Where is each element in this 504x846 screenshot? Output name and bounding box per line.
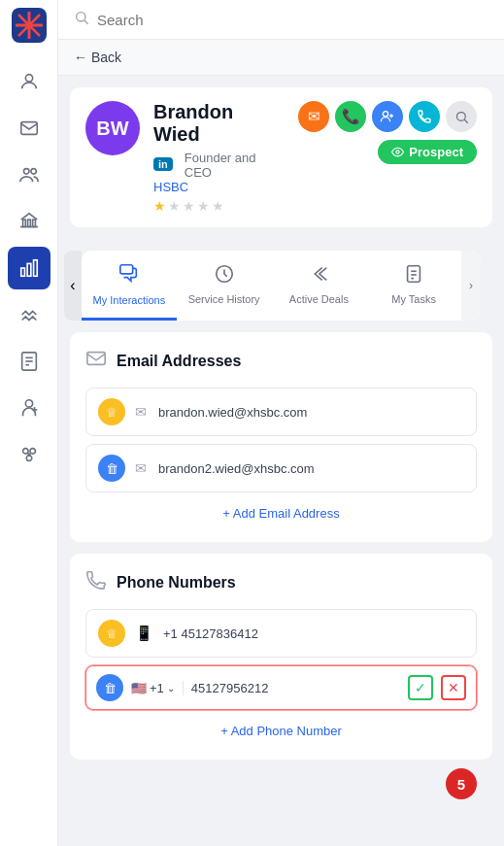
svg-rect-9 xyxy=(22,220,25,226)
tab-service-history-label: Service History xyxy=(188,293,260,305)
phone-section-heading: Phone Numbers xyxy=(117,574,236,592)
contact-company: HSBC xyxy=(153,180,285,194)
service-history-icon xyxy=(214,263,235,288)
search-action-button[interactable] xyxy=(446,101,477,132)
tab-right-arrow[interactable]: › xyxy=(461,251,481,321)
dropdown-chevron-icon: ⌄ xyxy=(167,683,175,694)
tab-my-tasks-label: My Tasks xyxy=(391,293,436,305)
tabs-container: ‹ My Interactions Service History xyxy=(82,251,481,321)
svg-point-35 xyxy=(396,151,399,153)
user-add-action-button[interactable] xyxy=(372,101,403,132)
star-4: ★ xyxy=(197,198,210,214)
tab-my-interactions[interactable]: My Interactions xyxy=(82,251,177,321)
svg-point-30 xyxy=(383,112,387,117)
star-5: ★ xyxy=(212,198,224,214)
email-item-1-address: brandon.wied@xhsbc.com xyxy=(158,405,307,420)
contact-card: BW Brandon Wied in Founder and CEO HSBC … xyxy=(70,87,492,227)
back-bar: ← Back xyxy=(58,40,504,76)
phone-section-title: Phone Numbers xyxy=(85,569,477,595)
phone-action-button[interactable]: 📞 xyxy=(335,101,366,132)
prospect-badge[interactable]: Prospect xyxy=(378,140,477,164)
svg-point-23 xyxy=(22,449,27,455)
email-section-title: Email Addresses xyxy=(85,348,477,374)
email-section-heading: Email Addresses xyxy=(117,353,241,370)
contact-name: Brandon Wied xyxy=(153,101,285,146)
action-icons: ✉ 📞 Prospect xyxy=(298,101,477,164)
svg-point-8 xyxy=(30,169,36,175)
svg-point-28 xyxy=(77,13,85,21)
tab-my-tasks[interactable]: My Tasks xyxy=(366,251,461,321)
call-action-button[interactable] xyxy=(409,101,440,132)
back-arrow-icon: ← xyxy=(74,50,87,65)
back-button[interactable]: ← Back xyxy=(74,50,121,65)
svg-point-25 xyxy=(26,456,32,461)
tab-active-deals-label: Active Deals xyxy=(289,293,349,305)
cancel-phone-button[interactable]: ✕ xyxy=(441,675,466,700)
sidebar-item-users[interactable] xyxy=(8,387,50,429)
add-phone-button[interactable]: + Add Phone Number xyxy=(85,718,477,744)
star-rating: ★ ★ ★ ★ ★ xyxy=(153,198,285,214)
email-item-2-avatar: 🗑 xyxy=(98,455,125,482)
avatar: BW xyxy=(85,101,140,155)
svg-rect-38 xyxy=(408,266,420,283)
back-label: Back xyxy=(91,50,121,65)
svg-rect-14 xyxy=(27,263,31,276)
tab-my-interactions-label: My Interactions xyxy=(93,294,166,306)
svg-point-24 xyxy=(29,449,34,455)
email-item-1-mail-icon: ✉ xyxy=(135,404,147,420)
linkedin-badge: in xyxy=(153,157,173,171)
notification-badge[interactable]: 5 xyxy=(446,768,477,799)
star-1: ★ xyxy=(153,198,166,214)
star-2: ★ xyxy=(168,198,181,214)
tab-active-deals[interactable]: Active Deals xyxy=(272,251,367,321)
sidebar-item-team[interactable] xyxy=(8,153,50,196)
email-action-button[interactable]: ✉ xyxy=(298,101,329,132)
search-bar xyxy=(58,0,504,40)
email-item-1-avatar: ♕ xyxy=(98,398,125,425)
svg-rect-11 xyxy=(32,220,35,226)
action-icons-row: ✉ 📞 xyxy=(298,101,477,132)
flag-icon: 🇺🇸 xyxy=(131,681,147,695)
svg-rect-13 xyxy=(20,268,24,276)
phone-item-1-avatar: ♕ xyxy=(98,620,125,647)
active-deals-icon xyxy=(308,263,329,288)
email-item-2-address: brandon2.wied@xhsbc.com xyxy=(158,461,315,476)
phone-section-icon xyxy=(85,569,107,595)
country-code: +1 xyxy=(150,681,164,695)
email-item-1: ♕ ✉ brandon.wied@xhsbc.com xyxy=(85,388,477,436)
phone-item-2-avatar: 🗑 xyxy=(96,674,123,701)
search-input[interactable] xyxy=(97,12,488,28)
phone-item-2: 🗑 🇺🇸 +1 ⌄ ✓ ✕ xyxy=(85,665,477,710)
tab-service-history[interactable]: Service History xyxy=(177,251,272,321)
phone-section: Phone Numbers ♕ 📱 +1 45127836412 🗑 🇺🇸 +1… xyxy=(70,554,492,760)
sidebar-item-bank[interactable] xyxy=(8,200,50,243)
contact-info: Brandon Wied in Founder and CEO HSBC ★ ★… xyxy=(153,101,285,214)
sidebar-item-analytics[interactable] xyxy=(8,247,50,289)
sidebar-item-reports[interactable] xyxy=(8,340,50,383)
phone-number-input[interactable] xyxy=(191,681,400,695)
sidebar-item-mail[interactable] xyxy=(8,107,50,150)
phone-item-1-number: +1 45127836412 xyxy=(163,626,258,641)
sidebar-item-contacts[interactable] xyxy=(8,60,50,103)
svg-rect-42 xyxy=(87,353,105,365)
tabs-wrapper: ‹ My Interactions Service History xyxy=(70,239,492,321)
svg-line-29 xyxy=(84,20,88,24)
main-content: ← Back BW Brandon Wied in Founder and CE… xyxy=(58,0,504,846)
country-code-selector[interactable]: 🇺🇸 +1 ⌄ xyxy=(131,681,184,695)
my-interactions-icon xyxy=(118,262,140,288)
sidebar-item-group[interactable] xyxy=(8,433,50,476)
svg-rect-36 xyxy=(120,265,133,274)
add-email-button[interactable]: + Add Email Address xyxy=(85,500,477,526)
phone-item-1: ♕ 📱 +1 45127836412 xyxy=(85,609,477,658)
search-icon xyxy=(74,10,89,29)
sidebar-item-deals[interactable] xyxy=(8,293,50,336)
confirm-phone-button[interactable]: ✓ xyxy=(408,675,433,700)
svg-point-7 xyxy=(23,169,29,175)
logo xyxy=(12,8,47,47)
sidebar xyxy=(0,0,58,846)
tabs-scroll: My Interactions Service History Active D… xyxy=(82,251,461,321)
tab-left-arrow[interactable]: ‹ xyxy=(64,251,82,321)
contact-title: Founder and CEO xyxy=(185,151,285,180)
email-item-2-mail-icon: ✉ xyxy=(135,460,147,476)
email-item-2: 🗑 ✉ brandon2.wied@xhsbc.com xyxy=(85,444,477,492)
